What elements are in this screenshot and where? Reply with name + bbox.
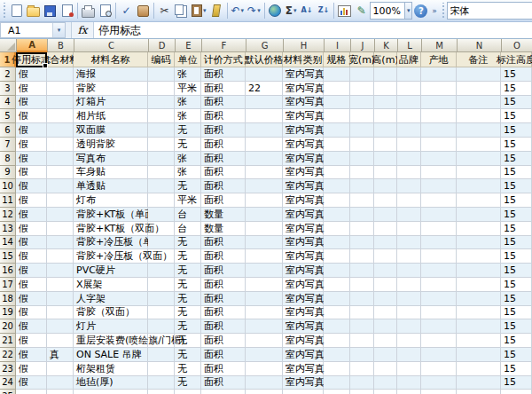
cell-I14[interactable] bbox=[324, 236, 350, 250]
insert-function-icon[interactable]: fx bbox=[72, 22, 94, 38]
select-all-corner[interactable] bbox=[0, 39, 17, 52]
cell-M22[interactable] bbox=[421, 348, 457, 362]
cell-F11[interactable]: 面积 bbox=[201, 193, 246, 208]
cell-O18[interactable]: 15 bbox=[501, 292, 532, 306]
cell-O16[interactable]: 15 bbox=[501, 264, 532, 278]
cell-I13[interactable] bbox=[324, 222, 350, 236]
cell-E20[interactable]: 无 bbox=[175, 319, 201, 334]
cell-A13[interactable]: 假 bbox=[16, 222, 47, 236]
row-header-12[interactable]: 12 bbox=[0, 208, 16, 222]
cell-J14[interactable] bbox=[350, 236, 374, 250]
cell-C13[interactable]: 背胶+KT板（双面） bbox=[74, 222, 148, 236]
cell-G22[interactable] bbox=[246, 348, 283, 362]
cell-G25[interactable] bbox=[246, 390, 283, 394]
cell-O7[interactable]: 15 bbox=[501, 138, 532, 152]
cell-B8[interactable] bbox=[47, 152, 74, 166]
cell-L14[interactable] bbox=[397, 236, 421, 250]
row-header-16[interactable]: 16 bbox=[0, 264, 16, 278]
cell-F12[interactable]: 数量 bbox=[201, 208, 246, 222]
cell-L12[interactable] bbox=[397, 208, 421, 222]
cell-B14[interactable] bbox=[47, 236, 74, 250]
cell-I17[interactable] bbox=[324, 278, 350, 292]
cell-F15[interactable]: 面积 bbox=[201, 249, 246, 264]
cell-A6[interactable]: 假 bbox=[16, 123, 47, 138]
cell-M5[interactable] bbox=[421, 109, 457, 123]
cell-G8[interactable] bbox=[246, 152, 283, 166]
cell-O13[interactable]: 15 bbox=[501, 222, 532, 236]
cell-A18[interactable]: 假 bbox=[16, 292, 47, 306]
cell-N11[interactable] bbox=[457, 193, 501, 208]
cell-J2[interactable] bbox=[350, 67, 374, 82]
cell-D25[interactable] bbox=[148, 390, 175, 394]
cell-N4[interactable] bbox=[457, 96, 501, 110]
cell-M8[interactable] bbox=[421, 152, 457, 166]
cell-A21[interactable]: 假 bbox=[16, 334, 47, 348]
cell-D2[interactable] bbox=[148, 67, 175, 82]
cell-N21[interactable] bbox=[457, 334, 501, 348]
cell-J1[interactable]: 宽(m) bbox=[350, 52, 374, 67]
cell-B3[interactable] bbox=[47, 82, 74, 96]
cell-G2[interactable] bbox=[246, 67, 283, 82]
cell-O15[interactable]: 15 bbox=[501, 249, 532, 264]
row-header-20[interactable]: 20 bbox=[0, 319, 16, 334]
cell-A19[interactable]: 假 bbox=[16, 306, 47, 320]
cell-K22[interactable] bbox=[374, 348, 397, 362]
cell-L24[interactable] bbox=[397, 376, 421, 390]
row-header-9[interactable]: 9 bbox=[0, 166, 16, 180]
print-preview-icon[interactable] bbox=[97, 2, 113, 20]
cell-H15[interactable]: 室内写真 bbox=[283, 249, 324, 264]
row-header-14[interactable]: 14 bbox=[0, 236, 16, 250]
cell-G21[interactable] bbox=[246, 334, 283, 348]
cell-A3[interactable]: 假 bbox=[16, 82, 47, 96]
cell-I2[interactable] bbox=[324, 67, 350, 82]
cell-D11[interactable] bbox=[148, 193, 175, 208]
cell-A23[interactable]: 假 bbox=[16, 362, 47, 376]
cell-J8[interactable] bbox=[350, 152, 374, 166]
cell-L16[interactable] bbox=[397, 264, 421, 278]
cell-E5[interactable]: 张 bbox=[175, 109, 201, 123]
cell-C6[interactable]: 双面膜 bbox=[74, 123, 148, 138]
cell-M17[interactable] bbox=[421, 278, 457, 292]
cell-D15[interactable] bbox=[148, 249, 175, 264]
cell-A17[interactable]: 假 bbox=[16, 278, 47, 292]
cell-K6[interactable] bbox=[374, 123, 397, 138]
cell-L10[interactable] bbox=[397, 179, 421, 193]
column-header-I[interactable]: I bbox=[325, 39, 351, 52]
cell-B22[interactable]: 真 bbox=[47, 348, 74, 362]
cell-A24[interactable]: 假 bbox=[16, 376, 47, 390]
cell-J7[interactable] bbox=[350, 138, 374, 152]
undo-dropdown-icon[interactable]: ▾ bbox=[241, 7, 245, 14]
cell-M10[interactable] bbox=[421, 179, 457, 193]
cell-B12[interactable] bbox=[47, 208, 74, 222]
format-painter-icon[interactable] bbox=[208, 2, 225, 20]
cell-G9[interactable] bbox=[246, 166, 283, 180]
cell-L17[interactable] bbox=[397, 278, 421, 292]
cell-H6[interactable]: 室内写真 bbox=[283, 123, 324, 138]
formula-input[interactable]: 停用标志 bbox=[94, 22, 532, 38]
cell-F22[interactable]: 面积 bbox=[201, 348, 246, 362]
cell-O4[interactable]: 15 bbox=[501, 96, 532, 110]
cell-M11[interactable] bbox=[421, 193, 457, 208]
cell-F24[interactable]: 面积 bbox=[201, 376, 246, 390]
cell-G14[interactable] bbox=[246, 236, 283, 250]
cell-E6[interactable]: 无 bbox=[175, 123, 201, 138]
open-folder-icon[interactable] bbox=[25, 2, 42, 20]
row-header-11[interactable]: 11 bbox=[0, 193, 16, 208]
cell-G6[interactable] bbox=[246, 123, 283, 138]
cell-E24[interactable]: 无 bbox=[175, 376, 201, 390]
cell-F21[interactable]: 面积 bbox=[201, 334, 246, 348]
cell-H25[interactable] bbox=[283, 390, 324, 394]
cell-L11[interactable] bbox=[397, 193, 421, 208]
cell-B2[interactable] bbox=[47, 67, 74, 82]
cell-J10[interactable] bbox=[350, 179, 374, 193]
cell-I9[interactable] bbox=[324, 166, 350, 180]
cell-N5[interactable] bbox=[457, 109, 501, 123]
cell-J25[interactable] bbox=[350, 390, 374, 394]
cell-O21[interactable]: 15 bbox=[501, 334, 532, 348]
cell-H1[interactable]: 材料类别 bbox=[283, 52, 324, 67]
column-header-C[interactable]: C bbox=[74, 39, 149, 52]
cell-H16[interactable]: 室内写真 bbox=[283, 264, 324, 278]
row-header-6[interactable]: 6 bbox=[0, 123, 16, 138]
spelling-icon[interactable]: ✓ bbox=[118, 2, 135, 20]
selected-cell-A1[interactable]: 停用标志 bbox=[16, 52, 47, 67]
